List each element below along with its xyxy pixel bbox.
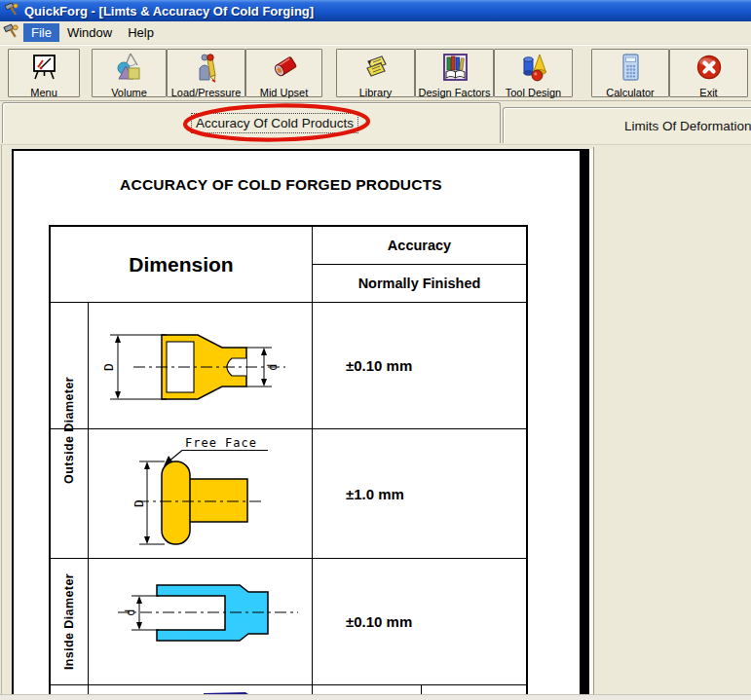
drawing-rivet-free-face: Free Face D <box>89 429 312 558</box>
column-header-dimension: Dimension <box>51 227 312 302</box>
app-icon <box>4 1 19 20</box>
accuracy-value-row3: ±0.10 mm <box>313 559 526 684</box>
toolbar-button-label: Mid Upset <box>260 87 309 98</box>
tab-bar: Accuracy Of Cold Products Limits Of Defo… <box>0 101 751 144</box>
load-pressure-button[interactable]: Load/Pressure <box>167 49 245 97</box>
tab-accuracy-of-cold-products[interactable]: Accuracy Of Cold Products <box>2 102 501 143</box>
content-area: ACCURACY OF COLD FORGED PRODUCTS Dimensi… <box>0 144 751 700</box>
whiteboard-icon <box>29 52 58 87</box>
menu-item-file[interactable]: File <box>23 23 59 42</box>
library-button[interactable]: Library <box>336 49 415 97</box>
accuracy-value-row2: ±1.0 mm <box>313 429 526 558</box>
accuracy-table: Dimension Accuracy Normally Finished Out… <box>49 225 528 697</box>
svg-text:D: D <box>131 499 146 507</box>
document-page: ACCURACY OF COLD FORGED PRODUCTS Dimensi… <box>12 149 582 697</box>
menu-item-window[interactable]: Window <box>59 23 120 42</box>
toolbar-button-label: Volume <box>111 87 147 98</box>
svg-text:Free Face: Free Face <box>185 436 257 450</box>
svg-text:d: d <box>124 608 137 615</box>
window-title: QuickForg - [Limts & Accuracy Of Cold Fo… <box>24 4 314 18</box>
calculator-icon <box>616 52 645 87</box>
yellow-notes-icon <box>361 52 391 87</box>
toolbar-button-label: Menu <box>30 87 57 98</box>
accuracy-value-row1: ±0.10 mm <box>313 303 526 428</box>
pencil-figure-icon <box>192 52 221 87</box>
toolbar: Menu Volume Load/Pressure <box>0 45 751 101</box>
toolbar-button-label: Load/Pressure <box>171 87 242 98</box>
toolbar-button-label: Design Factors <box>419 87 491 98</box>
toolbar-button-label: Library <box>359 87 393 98</box>
tab-label: Limits Of Deformations In <box>504 119 751 133</box>
red-cylinder-icon <box>270 52 299 87</box>
menu-bar: File Window Help <box>0 21 751 45</box>
open-book-icon <box>440 52 469 87</box>
calculator-button[interactable]: Calculator <box>591 49 669 97</box>
drawing-stepped-shaft: D d <box>89 303 312 428</box>
tab-limits-of-deformations[interactable]: Limits Of Deformations In <box>503 107 751 143</box>
window-bottom-edge <box>0 694 751 700</box>
menu-item-help[interactable]: Help <box>120 23 162 42</box>
exit-icon <box>695 52 724 87</box>
column-header-accuracy: Accuracy <box>313 227 526 264</box>
menu-button[interactable]: Menu <box>8 49 80 97</box>
toolbar-button-label: Tool Design <box>506 87 561 98</box>
page-title: ACCURACY OF COLD FORGED PRODUCTS <box>12 176 564 194</box>
design-factors-button[interactable]: Design Factors <box>415 49 494 97</box>
row-group-inside-diameter: Inside Diameter <box>51 559 88 684</box>
menu-app-icon <box>3 22 19 43</box>
title-bar: QuickForg - [Limts & Accuracy Of Cold Fo… <box>0 0 751 21</box>
solids-icon <box>519 52 548 87</box>
row-group-outside-diameter: Outside Diameter <box>51 303 88 558</box>
panel-left-edge <box>1 145 2 700</box>
drawing-cup-section: d <box>89 559 312 684</box>
mid-upset-button[interactable]: Mid Upset <box>245 49 322 97</box>
panel-divider <box>593 147 594 700</box>
page-shadow <box>582 149 589 695</box>
svg-text:D: D <box>101 363 116 371</box>
toolbar-button-label: Calculator <box>606 87 655 98</box>
toolbar-button-label: Exit <box>699 87 717 98</box>
volume-button[interactable]: Volume <box>92 49 167 97</box>
table-line <box>51 684 526 685</box>
svg-text:d: d <box>266 363 280 370</box>
exit-button[interactable]: Exit <box>669 49 748 97</box>
tab-label: Accuracy Of Cold Products <box>191 113 358 133</box>
tool-design-button[interactable]: Tool Design <box>494 49 573 97</box>
geometry-shapes-icon <box>115 52 144 87</box>
column-header-normally-finished: Normally Finished <box>313 265 526 302</box>
